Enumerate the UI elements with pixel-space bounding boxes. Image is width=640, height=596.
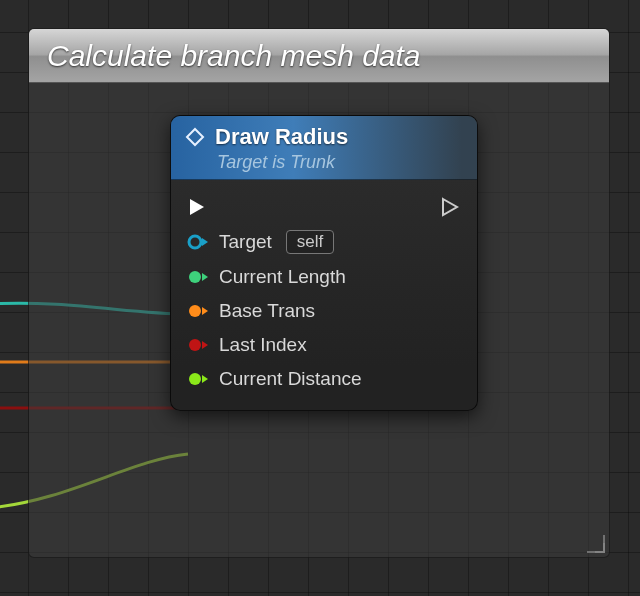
last-index-pin[interactable] bbox=[187, 336, 209, 354]
base-trans-label: Base Trans bbox=[219, 300, 315, 322]
target-pin[interactable] bbox=[187, 233, 209, 251]
last-index-pin-row: Last Index bbox=[187, 328, 461, 362]
comment-panel-header[interactable]: Calculate branch mesh data bbox=[29, 29, 609, 83]
svg-point-0 bbox=[189, 236, 201, 248]
last-index-label: Last Index bbox=[219, 334, 307, 356]
resize-grip-icon[interactable] bbox=[585, 533, 605, 553]
base-trans-pin[interactable] bbox=[187, 302, 209, 320]
svg-point-3 bbox=[189, 339, 201, 351]
node-body: Target self Current Length bbox=[171, 180, 477, 410]
current-distance-label: Current Distance bbox=[219, 368, 362, 390]
exec-in-pin[interactable] bbox=[187, 196, 209, 218]
current-distance-pin-row: Current Distance bbox=[187, 362, 461, 396]
exec-pin-row bbox=[187, 190, 461, 224]
current-length-label: Current Length bbox=[219, 266, 346, 288]
svg-point-4 bbox=[189, 373, 201, 385]
target-pin-row: Target self bbox=[187, 224, 461, 260]
function-node-draw-radius[interactable]: Draw Radius Target is Trunk bbox=[170, 115, 478, 411]
comment-panel-title: Calculate branch mesh data bbox=[47, 39, 421, 73]
svg-point-2 bbox=[189, 305, 201, 317]
current-length-pin-row: Current Length bbox=[187, 260, 461, 294]
node-subtitle: Target is Trunk bbox=[185, 152, 463, 173]
node-header[interactable]: Draw Radius Target is Trunk bbox=[171, 116, 477, 180]
node-title: Draw Radius bbox=[215, 124, 348, 150]
function-icon bbox=[185, 127, 205, 147]
current-length-pin[interactable] bbox=[187, 268, 209, 286]
exec-out-pin[interactable] bbox=[439, 196, 461, 218]
current-distance-pin[interactable] bbox=[187, 370, 209, 388]
svg-point-1 bbox=[189, 271, 201, 283]
base-trans-pin-row: Base Trans bbox=[187, 294, 461, 328]
target-self-chip[interactable]: self bbox=[286, 230, 334, 254]
target-pin-label: Target bbox=[219, 231, 272, 253]
